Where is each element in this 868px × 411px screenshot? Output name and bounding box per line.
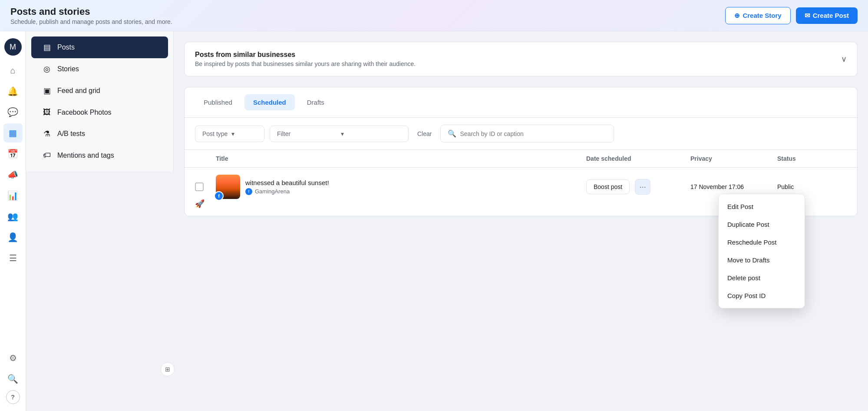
create-post-icon: ✉ [805, 12, 810, 20]
grid-nav-button[interactable]: ▦ [3, 123, 23, 143]
col-checkbox [195, 155, 216, 162]
filter-dropdown[interactable]: Filter ▾ [270, 126, 409, 142]
post-type-filter[interactable]: Post type ▾ [195, 126, 264, 142]
sidebar-item-stories[interactable]: ◎ Stories [31, 58, 168, 80]
table-header: Title Date scheduled Privacy Status [185, 150, 857, 168]
collapse-sidebar-button[interactable]: ⊞ [161, 362, 175, 376]
settings-nav-button[interactable]: ⚙ [3, 348, 23, 368]
clear-filter-button[interactable]: Clear [414, 129, 435, 139]
status-icon: 🚀 [195, 199, 216, 209]
nav-sidebar-container: ▤ Posts ◎ Stories ▣ Feed and grid 🖼 Face… [26, 31, 174, 411]
inspiration-card: Posts from similar businesses Be inspire… [184, 42, 858, 76]
avatar[interactable]: M [4, 38, 22, 56]
col-title: Title [216, 155, 586, 162]
create-story-icon: ⊕ [734, 12, 740, 20]
privacy-value: Public [777, 183, 847, 190]
feed-grid-icon: ▣ [42, 86, 52, 96]
inspiration-subtitle: Be inspired by posts that businesses sim… [195, 60, 416, 67]
search-box-icon: 🔍 [448, 129, 456, 138]
account-dot: f [245, 188, 252, 195]
bell-nav-button[interactable]: 🔔 [3, 82, 23, 101]
posts-icon: ▤ [42, 43, 52, 52]
menu-nav-button[interactable]: ☰ [3, 249, 23, 268]
home-nav-button[interactable]: ⌂ [3, 61, 23, 80]
ab-tests-icon: ⚗ [42, 129, 52, 139]
row-checkbox-area [195, 182, 216, 191]
tabs-row: Published Scheduled Drafts [185, 87, 857, 118]
fb-badge: f [214, 191, 224, 201]
page-subtitle: Schedule, publish and manage posts and s… [10, 18, 172, 25]
header-left: Posts and stories Schedule, publish and … [10, 6, 172, 25]
post-account: f GamingArena [245, 188, 329, 195]
ellipsis-icon: ··· [640, 182, 646, 192]
sidebar-item-feed-and-grid[interactable]: ▣ Feed and grid [31, 80, 168, 102]
filter-chevron: ▾ [341, 130, 401, 137]
filter-label: Filter [277, 130, 337, 137]
context-copy-post-id[interactable]: Copy Post ID [719, 287, 805, 305]
main-content: Posts from similar businesses Be inspire… [174, 31, 868, 411]
inspiration-card-text: Posts from similar businesses Be inspire… [195, 51, 416, 67]
sidebar-item-feed-label: Feed and grid [57, 87, 100, 95]
create-story-button[interactable]: ⊕ Create Story [725, 7, 790, 24]
help-nav-button[interactable]: ? [6, 390, 20, 404]
collapse-icon: ⊞ [165, 366, 170, 373]
tab-scheduled[interactable]: Scheduled [244, 94, 295, 110]
search-nav-button[interactable]: 🔍 [3, 369, 23, 388]
post-type-label: Post type [202, 130, 228, 137]
tab-drafts[interactable]: Drafts [298, 94, 333, 110]
post-type-chevron: ▾ [231, 130, 257, 137]
create-post-button[interactable]: ✉ Create Post [796, 7, 858, 24]
stories-icon: ◎ [42, 64, 52, 74]
col-privacy: Privacy [690, 155, 777, 162]
header-actions: ⊕ Create Story ✉ Create Post [725, 7, 858, 24]
megaphone-nav-button[interactable]: 📣 [3, 165, 23, 184]
boost-post-button[interactable]: Boost post [586, 179, 630, 194]
row-checkbox[interactable] [195, 182, 204, 191]
sidebar-item-photos-label: Facebook Photos [57, 109, 112, 116]
filters-row: Post type ▾ Filter ▾ Clear 🔍 [185, 118, 857, 150]
calendar-nav-button[interactable]: 📅 [3, 144, 23, 163]
context-move-to-drafts[interactable]: Move to Drafts [719, 251, 805, 269]
sidebar-item-ab-label: A/B tests [57, 130, 85, 138]
top-header: Posts and stories Schedule, publish and … [0, 0, 868, 31]
mentions-icon: 🏷 [42, 151, 52, 160]
sidebar-item-posts[interactable]: ▤ Posts [31, 36, 168, 58]
sidebar-item-facebook-photos[interactable]: 🖼 Facebook Photos [31, 102, 168, 123]
context-menu: Edit Post Duplicate Post Reschedule Post… [718, 194, 805, 308]
chart-nav-button[interactable]: 📊 [3, 186, 23, 205]
person-circle-nav-button[interactable]: 👤 [3, 228, 23, 247]
row-actions: Boost post ··· [586, 179, 690, 195]
post-text-info: witnessed a beautiful sunset! f GamingAr… [245, 179, 329, 195]
context-duplicate-post[interactable]: Duplicate Post [719, 215, 805, 233]
col-date: Date scheduled [586, 155, 690, 162]
sidebar-item-mentions-label: Mentions and tags [57, 152, 114, 159]
thumbnail-container: f [216, 175, 240, 199]
context-delete-post[interactable]: Delete post [719, 269, 805, 287]
col-status: Status [777, 155, 847, 162]
more-actions-button[interactable]: ··· [635, 179, 650, 195]
nav-sidebar: ▤ Posts ◎ Stories ▣ Feed and grid 🖼 Face… [26, 31, 174, 171]
inspiration-title: Posts from similar businesses [195, 51, 416, 59]
search-box: 🔍 [440, 125, 614, 143]
table-row: f witnessed a beautiful sunset! f Gaming… [185, 168, 857, 216]
icon-sidebar: M ⌂ 🔔 💬 ▦ 📅 📣 📊 👥 👤 ☰ ⚙ 🔍 ? [0, 31, 26, 411]
tab-published[interactable]: Published [195, 94, 241, 110]
page-title: Posts and stories [10, 6, 172, 17]
main-layout: M ⌂ 🔔 💬 ▦ 📅 📣 📊 👥 👤 ☰ ⚙ 🔍 ? ▤ Posts ◎ St… [0, 31, 868, 411]
post-info: f witnessed a beautiful sunset! f Gaming… [216, 175, 586, 199]
photos-icon: 🖼 [42, 108, 52, 117]
sidebar-item-stories-label: Stories [57, 65, 79, 73]
people-nav-button[interactable]: 👥 [3, 207, 23, 226]
context-edit-post[interactable]: Edit Post [719, 198, 805, 215]
sidebar-item-mentions-tags[interactable]: 🏷 Mentions and tags [31, 145, 168, 166]
sidebar-item-ab-tests[interactable]: ⚗ A/B tests [31, 123, 168, 145]
date-scheduled: 17 November 17:06 [690, 183, 777, 190]
search-input[interactable] [460, 130, 607, 137]
context-reschedule-post[interactable]: Reschedule Post [719, 233, 805, 251]
sidebar-item-posts-label: Posts [57, 43, 75, 51]
inspiration-chevron[interactable]: ∨ [841, 54, 847, 64]
posts-panel: Published Scheduled Drafts Post type ▾ F… [184, 87, 858, 216]
chat-nav-button[interactable]: 💬 [3, 103, 23, 122]
account-name: GamingArena [255, 188, 290, 195]
post-title: witnessed a beautiful sunset! [245, 179, 329, 186]
